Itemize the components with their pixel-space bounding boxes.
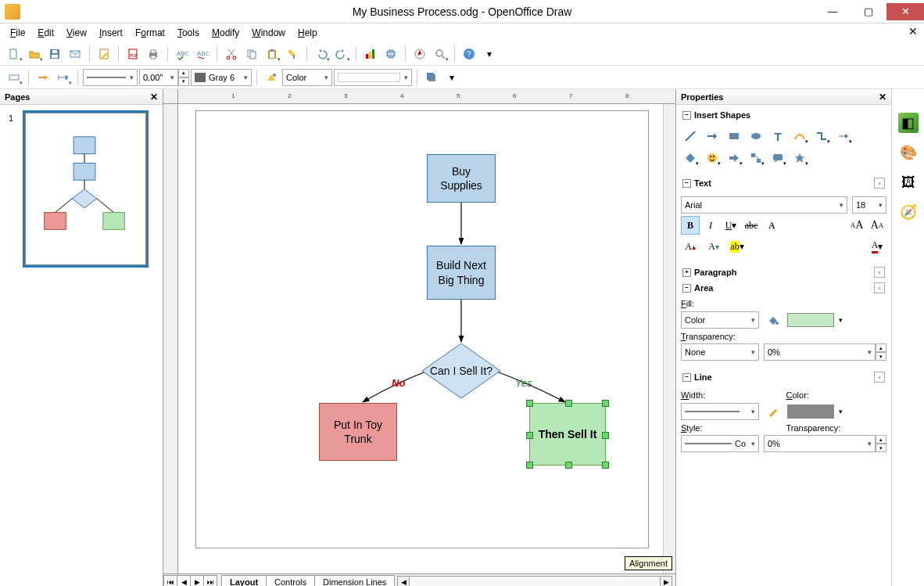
line-ends-button[interactable] <box>54 68 73 87</box>
open-button[interactable] <box>25 45 44 63</box>
zoom-button[interactable] <box>431 45 449 63</box>
tab-nav-last[interactable]: ⏭ <box>203 575 217 587</box>
tab-nav-first[interactable]: ⏮ <box>163 575 177 587</box>
arrow-style-button[interactable] <box>34 68 52 87</box>
paragraph-more-icon[interactable]: ▫ <box>874 267 885 278</box>
maximize-button[interactable]: ▢ <box>851 3 886 20</box>
shape-arrow-icon[interactable] <box>703 127 722 146</box>
section-area[interactable]: −Area▫ <box>681 280 886 296</box>
email-button[interactable] <box>66 45 84 63</box>
navigator-button[interactable] <box>410 45 429 63</box>
menu-tools[interactable]: Tools <box>172 26 205 40</box>
edit-file-button[interactable] <box>95 45 113 63</box>
section-line[interactable]: −Line▫ <box>681 369 886 385</box>
canvas-viewport[interactable]: Buy Supplies Build Next Big Thing Can I … <box>178 104 675 573</box>
shape-rectangle-icon[interactable] <box>725 127 743 146</box>
area-more-icon[interactable]: ▫ <box>874 282 885 293</box>
transparency-mode-combo[interactable]: None <box>681 343 759 361</box>
spellcheck-button[interactable]: ABC <box>173 45 192 63</box>
menu-edit[interactable]: Edit <box>32 26 59 40</box>
undo-button[interactable] <box>312 45 331 63</box>
underline-button[interactable]: U ▾ <box>722 216 740 235</box>
menu-insert[interactable]: Insert <box>94 26 128 40</box>
line-transp-down[interactable]: ▾ <box>876 444 886 452</box>
print-button[interactable] <box>144 45 163 63</box>
line-width-combo[interactable] <box>681 403 759 420</box>
shape-curve-icon[interactable] <box>790 127 809 146</box>
line-transp-up[interactable]: ▴ <box>876 435 886 444</box>
line-more-icon[interactable]: ▫ <box>874 372 885 383</box>
vertical-scrollbar[interactable] <box>663 104 675 573</box>
line-properties-button[interactable] <box>5 68 23 87</box>
shape-block-arrow-icon[interactable] <box>725 149 743 167</box>
tab-nav-next[interactable]: ▶ <box>190 575 204 587</box>
shape-symbol-icon[interactable] <box>703 149 722 167</box>
flowchart-box-toy-trunk[interactable]: Put In Toy Trunk <box>319 403 397 461</box>
tab-controls[interactable]: Controls <box>266 575 315 586</box>
deck-navigator-icon[interactable]: 🧭 <box>898 202 919 222</box>
shape-star-icon[interactable] <box>790 149 809 167</box>
fill-bucket-icon[interactable] <box>764 311 783 329</box>
menu-file[interactable]: File <box>5 26 30 40</box>
shape-line-icon[interactable] <box>681 127 700 146</box>
flowchart-box-sell-it[interactable]: Then Sell It <box>529 403 606 466</box>
paste-button[interactable] <box>263 45 281 63</box>
menu-help[interactable]: Help <box>292 26 323 40</box>
text-more-icon[interactable]: ▫ <box>874 178 885 189</box>
shape-lines-arrows-icon[interactable] <box>834 127 853 146</box>
hyperlink-button[interactable] <box>381 45 400 63</box>
transparency-up[interactable]: ▴ <box>876 343 886 352</box>
export-pdf-button[interactable]: PDF <box>124 45 142 63</box>
deck-styles-icon[interactable]: 🎨 <box>898 142 919 163</box>
menu-format[interactable]: Format <box>130 26 170 40</box>
horizontal-scrollbar[interactable]: ◀▶ <box>397 576 672 587</box>
superscript-button[interactable]: A▴ <box>681 237 700 256</box>
fill-type-combo[interactable]: Color <box>282 69 332 86</box>
line-style-combo-prop[interactable]: Co <box>681 435 759 452</box>
deck-gallery-icon[interactable]: 🖼 <box>898 172 919 192</box>
tab-nav-prev[interactable]: ◀ <box>177 575 191 587</box>
save-button[interactable] <box>45 45 64 63</box>
help-button[interactable]: ? <box>460 45 478 63</box>
properties-close-icon[interactable]: ✕ <box>879 92 886 102</box>
flowchart-decision[interactable]: Can I Sell It? <box>422 343 500 398</box>
transparency-down[interactable]: ▾ <box>876 352 886 361</box>
area-properties-button[interactable] <box>262 68 281 87</box>
page-thumbnail[interactable]: 1 <box>25 113 146 265</box>
shape-callout-icon[interactable] <box>768 149 787 167</box>
tab-dimension-lines[interactable]: Dimension Lines <box>314 575 395 586</box>
toolbar-dropdown-icon[interactable]: ▾ <box>480 45 499 63</box>
line-width-down[interactable]: ▾ <box>178 77 189 86</box>
fill-mode-combo[interactable]: Color <box>681 311 759 329</box>
italic-button[interactable]: I <box>701 216 720 235</box>
menu-view[interactable]: View <box>61 26 92 40</box>
tab-layout[interactable]: Layout <box>221 575 267 586</box>
shape-connector-icon[interactable] <box>812 127 831 146</box>
menu-window[interactable]: Window <box>246 26 291 40</box>
line-width-input[interactable]: 0.00" <box>139 69 178 86</box>
flowchart-box-buy-supplies[interactable]: Buy Supplies <box>427 154 496 203</box>
shape-flowchart-icon[interactable] <box>747 149 765 167</box>
font-size-combo[interactable]: 18 <box>852 196 886 214</box>
pages-panel-close-icon[interactable]: ✕ <box>150 92 158 102</box>
copy-button[interactable] <box>242 45 261 63</box>
new-button[interactable] <box>5 45 23 63</box>
line-style-combo[interactable] <box>83 69 138 86</box>
format-paintbrush-button[interactable] <box>283 45 302 63</box>
menu-modify[interactable]: Modify <box>206 26 245 40</box>
chart-button[interactable] <box>361 45 380 63</box>
cut-button[interactable] <box>222 45 241 63</box>
font-name-combo[interactable]: Arial <box>681 196 847 214</box>
shape-text-icon[interactable]: T <box>768 127 787 146</box>
line-width-up[interactable]: ▴ <box>178 69 189 77</box>
document-close-icon[interactable]: ✕ <box>908 25 918 38</box>
minimize-button[interactable]: — <box>815 3 851 20</box>
bold-button[interactable]: B <box>681 216 700 235</box>
section-insert-shapes[interactable]: −Insert Shapes <box>681 108 886 122</box>
shadow-button[interactable] <box>422 68 441 87</box>
font-color-button[interactable]: A ▾ <box>868 237 886 256</box>
line-color-combo[interactable]: Gray 6 <box>191 69 252 86</box>
toolbar2-dropdown-icon[interactable]: ▾ <box>442 68 461 87</box>
canvas-page[interactable]: Buy Supplies Build Next Big Thing Can I … <box>195 110 649 548</box>
section-paragraph[interactable]: +Paragraph▫ <box>681 264 886 280</box>
